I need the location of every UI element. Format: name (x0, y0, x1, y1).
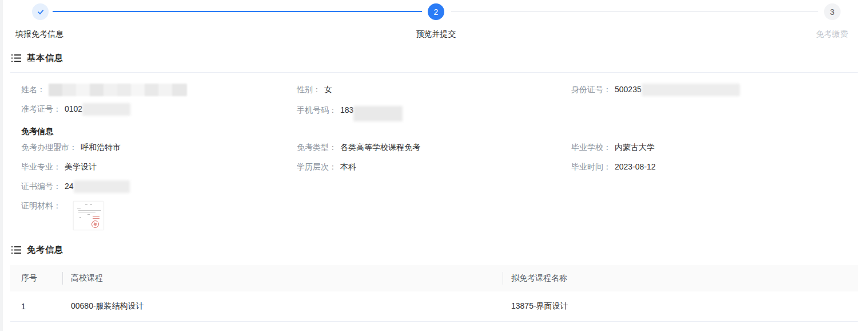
table-header-exempt-course: 拟免考课程名称 (503, 265, 858, 291)
field-name: 姓名： (21, 84, 187, 96)
cert-no-label: 证书编号： (21, 182, 61, 191)
table-header-college-course: 高校课程 (62, 265, 503, 291)
certificate-thumbnail[interactable] (73, 201, 103, 230)
field-exempt-type: 免考类型：各类高等学校课程免考 (297, 141, 420, 153)
step-1-circle[interactable] (32, 3, 49, 20)
step-2-label: 预览并提交 (395, 29, 477, 40)
gender-value: 女 (324, 85, 332, 94)
step-2-number: 2 (434, 7, 439, 17)
cell-college-course: 00680-服装结构设计 (62, 301, 503, 312)
phone-label: 手机号码： (297, 105, 337, 115)
field-phone: 手机号码：183 (297, 103, 403, 119)
cell-index: 1 (10, 302, 62, 311)
table-row: 1 00680-服装结构设计 13875-界面设计 (10, 291, 858, 322)
table-header-row: 序号 高校课程 拟免考课程名称 (10, 265, 858, 291)
material-label: 证明材料： (21, 201, 61, 210)
field-ticket-number: 准考证号：0102 (21, 103, 130, 116)
basic-info-title: 基本信息 (27, 53, 63, 64)
ticket-value: 0102 (65, 104, 82, 113)
exemption-preview-page: 2 3 填报免考信息 预览并提交 免考缴费 基本信息 姓名： 性别：女 身份证号… (0, 0, 868, 331)
redacted-ticket-value (82, 103, 130, 116)
id-value: 500235 (615, 85, 642, 94)
step-1-label: 填报免考信息 (15, 29, 63, 40)
redacted-cert-no-value (74, 180, 130, 193)
id-label: 身份证号： (571, 85, 611, 94)
check-icon (36, 7, 45, 17)
redacted-id-value (642, 84, 740, 96)
field-id-number: 身份证号：500235 (571, 84, 740, 96)
basic-info-section-header: 基本信息 (11, 53, 63, 64)
grad-date-label: 毕业时间： (571, 162, 611, 171)
city-label: 免考办理盟市： (21, 143, 77, 152)
field-school: 毕业学校：内蒙古大学 (571, 141, 655, 153)
gender-label: 性别： (297, 85, 321, 94)
section-divider (10, 72, 858, 73)
field-city: 免考办理盟市：呼和浩特市 (21, 141, 121, 153)
exempt-table-title: 免考信息 (27, 245, 63, 255)
field-cert-number: 证书编号：24 (21, 180, 130, 193)
grad-date-value: 2023-08-12 (615, 162, 656, 171)
redacted-phone-value (353, 106, 403, 121)
name-label: 姓名： (21, 85, 45, 94)
step-2-circle[interactable]: 2 (428, 3, 444, 20)
step-3-label: 免考缴费 (816, 29, 848, 40)
type-label: 免考类型： (297, 143, 337, 152)
red-stamp-icon (91, 220, 99, 228)
major-label: 毕业专业： (21, 162, 61, 171)
field-grad-date: 毕业时间：2023-08-12 (571, 161, 656, 172)
level-label: 学历层次： (297, 162, 337, 171)
list-icon (11, 246, 21, 254)
cell-exempt-course: 13875-界面设计 (503, 301, 858, 312)
exempt-info-subtitle: 免考信息 (21, 127, 53, 137)
step-connector-done (53, 11, 422, 12)
table-header-index: 序号 (10, 265, 62, 291)
page-edge-strip (0, 0, 3, 331)
redacted-name-value (49, 84, 187, 96)
cert-no-value: 24 (65, 182, 74, 191)
field-material: 证明材料： (21, 200, 61, 211)
exempt-table-section-header: 免考信息 (11, 245, 63, 255)
type-value: 各类高等学校课程免考 (340, 143, 420, 152)
exempt-course-table: 序号 高校课程 拟免考课程名称 1 00680-服装结构设计 13875-界面设… (10, 265, 858, 322)
field-major: 毕业专业：美学设计 (21, 161, 97, 172)
city-value: 呼和浩特市 (81, 143, 121, 152)
list-icon (11, 54, 21, 62)
ticket-label: 准考证号： (21, 104, 61, 113)
school-value: 内蒙古大学 (615, 143, 655, 152)
step-3-circle[interactable]: 3 (824, 3, 841, 20)
step-connector-todo (451, 11, 818, 12)
phone-value: 183 (340, 105, 353, 115)
major-value: 美学设计 (65, 162, 97, 171)
field-level: 学历层次：本科 (297, 161, 356, 172)
level-value: 本科 (340, 162, 356, 171)
school-label: 毕业学校： (571, 143, 611, 152)
step-3-number: 3 (830, 7, 835, 17)
field-gender: 性别：女 (297, 84, 332, 95)
